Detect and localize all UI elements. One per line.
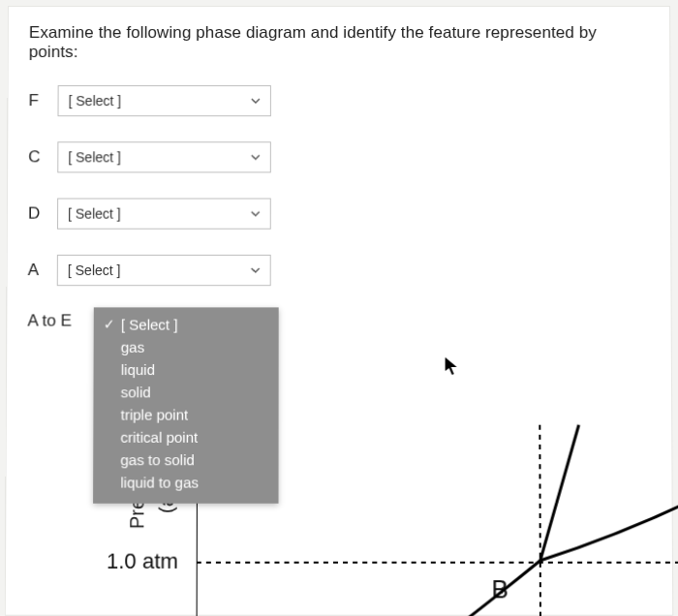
select-F-value: [ Select ] [69,93,122,108]
row-label-A: A [28,261,57,280]
row-label-F: F [28,91,57,110]
chevron-down-icon [251,209,261,219]
chevron-down-icon [251,265,261,275]
row-label-C: C [28,147,57,167]
dropdown-option[interactable]: gas to solid [101,448,261,471]
row-C: C [ Select ] [28,141,650,172]
select-C-value: [ Select ] [68,149,121,165]
chevron-down-icon [251,152,261,162]
row-label-AE: A to E [27,311,72,330]
phase-diagram: Pres (at 1.0 atm B [103,494,650,616]
select-F[interactable]: [ Select ] [58,85,271,116]
row-D: D [ Select ] [28,199,650,230]
dropdown-option[interactable]: gas [102,336,262,358]
question-prompt: Examine the following phase diagram and … [29,23,650,62]
row-label-D: D [28,204,57,224]
select-AE-dropdown[interactable]: [ Select ]gasliquidsolidtriple pointcrit… [93,307,279,503]
dropdown-option[interactable]: triple point [101,403,261,425]
dropdown-option[interactable]: [ Select ] [102,313,262,335]
pressure-tick: 1.0 atm [107,549,178,574]
select-D[interactable]: [ Select ] [57,199,271,230]
chevron-down-icon [251,96,261,106]
select-A-value: [ Select ] [68,262,121,278]
cursor-icon [445,356,458,376]
row-A-to-E: A to E [ Select ]gasliquidsolidtriple po… [27,311,650,330]
select-C[interactable]: [ Select ] [57,141,271,172]
row-A: A [ Select ] [28,255,651,286]
svg-line-2 [539,425,540,616]
dropdown-option[interactable]: liquid to gas [101,471,261,493]
row-F: F [ Select ] [28,85,649,116]
select-A[interactable]: [ Select ] [57,255,271,286]
dropdown-option[interactable]: liquid [102,358,262,381]
select-D-value: [ Select ] [68,206,121,222]
dropdown-option[interactable]: solid [102,381,262,403]
dropdown-option[interactable]: critical point [101,426,261,448]
worksheet-page: Examine the following phase diagram and … [5,6,673,616]
